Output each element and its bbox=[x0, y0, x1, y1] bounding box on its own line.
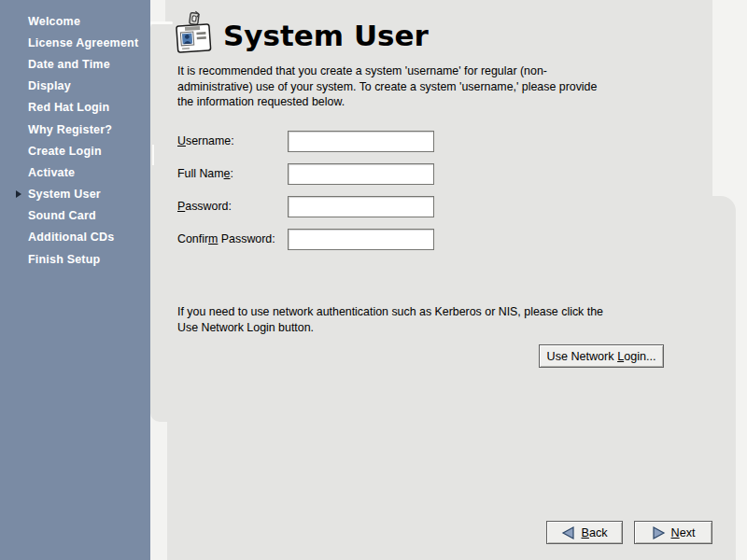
active-step-arrow-icon bbox=[16, 104, 28, 111]
sidebar-item-red-hat-login: Red Hat Login bbox=[0, 97, 150, 119]
sidebar-item-finish-setup: Finish Setup bbox=[0, 248, 150, 270]
sidebar-item-label: Finish Setup bbox=[28, 253, 100, 266]
password-label: Password: bbox=[177, 200, 232, 213]
confirm-password-label: Confirm Password: bbox=[177, 232, 275, 245]
setup-steps-sidebar: Welcome License Agreement Date and Time … bbox=[0, 0, 150, 560]
sidebar-item-system-user: System User bbox=[0, 184, 150, 205]
page-title: System User bbox=[223, 11, 429, 60]
intro-line: It is recommended that you create a syst… bbox=[177, 63, 597, 79]
sidebar-item-label: Why Register? bbox=[28, 123, 112, 136]
sidebar-item-display: Display bbox=[0, 76, 150, 97]
confirm-password-input[interactable] bbox=[288, 229, 434, 250]
panel-edge-highlight bbox=[152, 145, 154, 165]
sidebar-item-label: Welcome bbox=[28, 15, 80, 28]
page-header: System User bbox=[174, 9, 429, 62]
sidebar-item-label: Display bbox=[28, 79, 71, 92]
intro-text: It is recommended that you create a syst… bbox=[177, 63, 597, 110]
network-auth-line: Use Network Login button. bbox=[177, 320, 603, 336]
active-step-arrow-icon bbox=[16, 39, 28, 47]
active-step-arrow-icon bbox=[16, 190, 28, 198]
active-step-arrow-icon bbox=[16, 256, 28, 263]
sidebar-item-label: Date and Time bbox=[28, 58, 110, 71]
sidebar-item-label: Additional CDs bbox=[28, 231, 114, 244]
intro-line: administrative) use of your system. To c… bbox=[177, 79, 597, 95]
intro-line: the information requested below. bbox=[177, 94, 597, 110]
id-badge-icon bbox=[174, 9, 213, 62]
confirm-password-row: Confirm Password: bbox=[177, 229, 439, 250]
active-step-arrow-icon bbox=[16, 169, 28, 176]
sidebar-item-additional-cds: Additional CDs bbox=[0, 227, 150, 248]
sidebar-item-welcome: Welcome bbox=[0, 10, 150, 32]
sidebar-item-date-and-time: Date and Time bbox=[0, 53, 150, 75]
active-step-arrow-icon bbox=[16, 126, 28, 133]
sidebar-item-why-register: Why Register? bbox=[0, 119, 150, 140]
sidebar-item-label: Sound Card bbox=[28, 209, 96, 222]
sidebar-item-license-agreement: License Agreement bbox=[0, 32, 150, 53]
password-input[interactable] bbox=[288, 196, 434, 217]
sidebar-item-label: Activate bbox=[28, 166, 75, 179]
sidebar-item-create-login: Create Login bbox=[0, 140, 150, 161]
use-network-login-button[interactable]: Use Network Login... bbox=[539, 344, 664, 368]
sidebar-item-label: Red Hat Login bbox=[28, 101, 109, 114]
active-step-arrow-icon bbox=[16, 212, 28, 219]
panel-corner-highlight bbox=[148, 21, 173, 24]
back-button[interactable]: Back bbox=[546, 521, 623, 544]
system-user-form: Username: Full Name: Password: Confirm P… bbox=[177, 131, 439, 261]
sidebar-item-activate: Activate bbox=[0, 161, 150, 183]
active-step-arrow-icon bbox=[16, 233, 28, 241]
active-step-arrow-icon bbox=[16, 61, 28, 68]
next-button[interactable]: Next bbox=[634, 521, 712, 544]
next-arrow-icon bbox=[652, 525, 666, 540]
password-row: Password: bbox=[177, 196, 439, 217]
active-step-arrow-icon bbox=[16, 147, 28, 155]
username-label: Username: bbox=[177, 134, 234, 147]
sidebar-item-label: License Agreement bbox=[28, 36, 138, 49]
sidebar-item-sound-card: Sound Card bbox=[0, 205, 150, 227]
sidebar-item-label: Create Login bbox=[28, 145, 102, 158]
network-auth-text: If you need to use network authenticatio… bbox=[177, 304, 603, 335]
active-step-arrow-icon bbox=[16, 18, 28, 25]
username-row: Username: bbox=[177, 131, 439, 152]
fullname-label: Full Name: bbox=[177, 167, 233, 180]
fullname-input[interactable] bbox=[288, 163, 434, 185]
sidebar-item-label: System User bbox=[28, 188, 101, 201]
username-input[interactable] bbox=[288, 131, 434, 152]
network-auth-line: If you need to use network authenticatio… bbox=[177, 304, 603, 320]
back-arrow-icon bbox=[561, 525, 575, 540]
active-step-arrow-icon bbox=[16, 82, 28, 90]
fullname-row: Full Name: bbox=[177, 163, 439, 185]
